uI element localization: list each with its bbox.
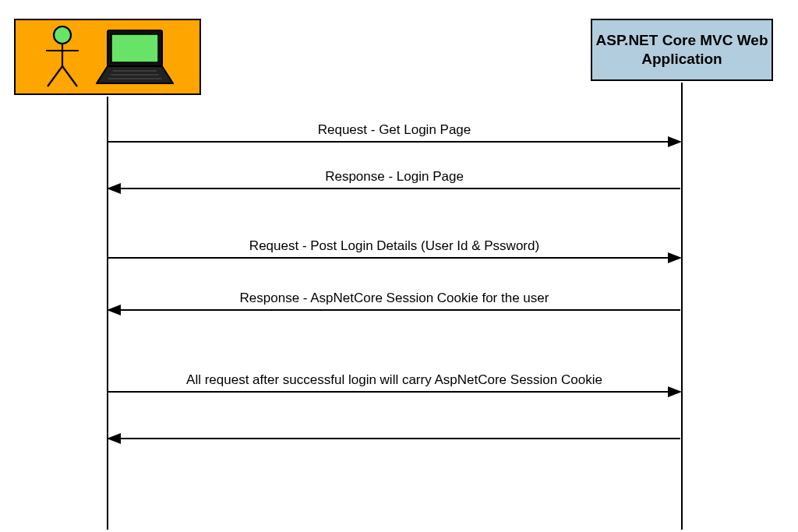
user-icon: [41, 26, 83, 88]
svg-rect-6: [111, 34, 158, 62]
message-4: Response - AspNetCore Session Cookie for…: [108, 291, 680, 311]
server-title: ASP.NET Core MVC Web Application: [595, 31, 768, 69]
message-5: All request after successful login will …: [108, 372, 680, 393]
svg-point-0: [54, 26, 71, 44]
message-1: Request - Get Login Page: [108, 122, 680, 143]
laptop-icon: [96, 27, 174, 86]
svg-line-4: [62, 66, 77, 86]
message-5-label: All request after successful login will …: [108, 372, 680, 391]
sequence-diagram: ASP.NET Core MVC Web Application Request…: [0, 0, 798, 532]
message-3: Request - Post Login Details (User Id & …: [108, 238, 680, 259]
svg-line-3: [48, 66, 62, 86]
message-2: Response - Login Page: [108, 169, 680, 189]
server-actor-box: ASP.NET Core MVC Web Application: [591, 19, 773, 81]
client-actor-box: [14, 19, 201, 95]
server-lifeline: [681, 83, 683, 530]
message-6: [108, 435, 680, 439]
message-2-label: Response - Login Page: [108, 169, 680, 188]
message-4-label: Response - AspNetCore Session Cookie for…: [108, 291, 680, 309]
message-3-label: Request - Post Login Details (User Id & …: [108, 238, 680, 257]
message-1-label: Request - Get Login Page: [108, 122, 680, 141]
